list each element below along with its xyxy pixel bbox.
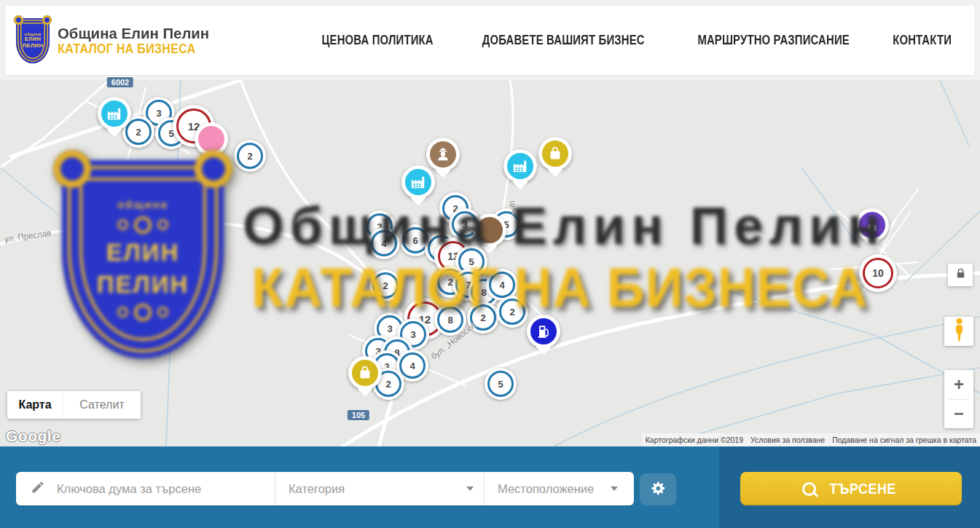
map-type-map-button[interactable]: Карта: [7, 391, 63, 419]
road-label: 6002: [107, 77, 133, 87]
cluster-marker[interactable]: 2: [496, 296, 528, 328]
pencil-icon: [31, 480, 45, 497]
zoom-in-button[interactable]: +: [944, 370, 973, 399]
street-view-lock-button[interactable]: [948, 264, 973, 286]
google-logo[interactable]: Google: [6, 427, 60, 445]
cluster-marker[interactable]: 10: [859, 254, 897, 292]
map-type-control: Карта Сателит: [7, 391, 141, 419]
gear-icon: [650, 480, 667, 499]
factory-pin-marker[interactable]: [401, 165, 435, 199]
dot-pin-marker[interactable]: [473, 213, 506, 247]
nav-pricing-policy[interactable]: ЦЕНОВА ПОЛИТИКА: [322, 33, 434, 48]
municipality-crest-icon: община ЕЛИН ПЕЛИН: [16, 18, 50, 63]
search-submit-section: ТЪРСЕНЕ: [719, 446, 980, 528]
site-subtitle: КАТАЛОГ НА БИЗНЕСА: [58, 42, 198, 56]
search-fields: Категория Местоположение: [16, 472, 634, 505]
lock-icon: [955, 268, 966, 282]
chevron-down-icon: [611, 486, 618, 491]
cluster-marker[interactable]: 2: [234, 140, 266, 172]
road-label: 105: [348, 410, 369, 420]
header: община ЕЛИН ПЕЛИН Община Елин Пелин КАТА…: [6, 6, 974, 76]
cluster-marker[interactable]: 5: [485, 368, 517, 400]
location-dropdown[interactable]: Местоположение: [485, 472, 634, 505]
search-fields-section: Категория Местоположение: [0, 446, 719, 528]
cluster-marker[interactable]: 4: [368, 227, 400, 259]
cluster-marker[interactable]: 2: [369, 269, 401, 302]
logo-text: Община Елин Пелин КАТАЛОГ НА БИЗНЕСА: [58, 25, 214, 57]
chevron-down-icon: [466, 486, 474, 491]
site-logo[interactable]: община ЕЛИН ПЕЛИН Община Елин Пелин КАТА…: [16, 18, 214, 63]
nav-add-your-business[interactable]: ДОБАВЕТЕ ВАШИЯТ БИЗНЕС: [482, 33, 645, 48]
pegman-icon: [952, 318, 966, 345]
fuel-pin-marker[interactable]: [527, 315, 560, 348]
advanced-settings-button[interactable]: [640, 473, 676, 505]
keyword-field[interactable]: [16, 472, 275, 505]
church-pin-marker[interactable]: [855, 208, 889, 242]
factory-pin-marker[interactable]: [98, 97, 131, 130]
search-button[interactable]: ТЪРСЕНЕ: [740, 472, 962, 505]
worker-pin-marker[interactable]: [426, 138, 460, 171]
report-map-error-link[interactable]: Подаване на сигнал за грешка в картата: [828, 433, 980, 446]
category-dropdown-label: Категория: [289, 482, 345, 496]
zoom-out-button[interactable]: −: [944, 400, 973, 429]
zoom-control: + −: [944, 370, 973, 428]
factory-pin-marker[interactable]: [503, 149, 537, 183]
main-nav: ЦЕНОВА ПОЛИТИКА ДОБАВЕТЕ ВАШИЯТ БИЗНЕС М…: [312, 33, 957, 48]
nav-contacts[interactable]: КОНТАКТИ: [893, 33, 952, 48]
search-button-label: ТЪРСЕНЕ: [829, 480, 895, 497]
nav-route-schedule[interactable]: МАРШРУТНО РАЗПИСАНИЕ: [697, 33, 849, 48]
search-bar: Категория Местоположение ТЪРСЕНЕ: [0, 446, 980, 528]
site-title: Община Елин Пелин: [58, 25, 209, 42]
bag-pin-marker[interactable]: [348, 356, 382, 390]
category-dropdown[interactable]: Категория: [275, 472, 484, 505]
search-icon: [802, 482, 816, 496]
crest-name-line2: ПЕЛИН: [23, 43, 43, 50]
page: община ЕЛИН ПЕЛИН Община Елин Пелин КАТА…: [0, 0, 980, 528]
bag-pin-marker[interactable]: [538, 137, 572, 170]
location-dropdown-label: Местоположение: [498, 482, 594, 496]
map-attribution: Картографски данни ©2019 Условия за полз…: [642, 433, 980, 446]
pegman-button[interactable]: [944, 317, 973, 346]
attribution-copyright: Картографски данни ©2019: [642, 433, 747, 446]
map-type-satellite-button[interactable]: Сателит: [63, 391, 141, 419]
dot-pin-marker[interactable]: [195, 122, 228, 156]
terms-of-use-link[interactable]: Условия за ползване: [747, 433, 828, 446]
keyword-input[interactable]: [55, 481, 240, 497]
